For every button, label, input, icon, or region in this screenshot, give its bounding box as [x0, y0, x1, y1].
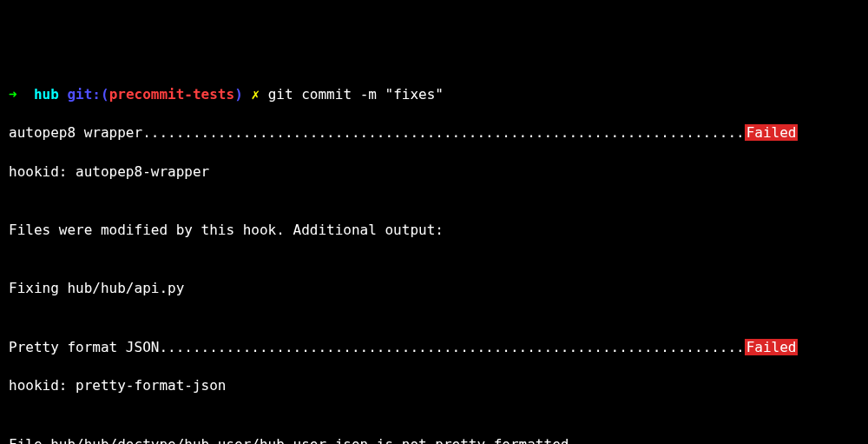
hook-msg: Files were modified by this hook. Additi…: [9, 221, 859, 240]
hookid-line: hookid: pretty-format-json: [9, 376, 859, 395]
dots: ........................................…: [142, 124, 745, 141]
hookid-label: hookid:: [9, 377, 76, 394]
git-close: ): [234, 86, 243, 103]
hookid-value: autopep8-wrapper: [76, 163, 209, 180]
hook-line: Pretty format JSON......................…: [9, 338, 859, 357]
hook-name: autopep8 wrapper: [9, 124, 142, 141]
hook-msg: File hub/hub/doctype/hub_user/hub_user.j…: [9, 435, 859, 444]
dirty-x-icon: ✗: [251, 86, 260, 103]
prompt-dir: hub: [34, 86, 59, 103]
hook-name: Pretty format JSON: [9, 339, 159, 355]
prompt-line[interactable]: ➜ hub git:(precommit-tests) ✗ git commit…: [9, 85, 859, 104]
git-branch: precommit-tests: [109, 86, 235, 103]
hook-msg: Fixing hub/hub/api.py: [9, 279, 859, 298]
hookid-label: hookid:: [9, 163, 76, 180]
hook-line: autopep8 wrapper........................…: [9, 123, 859, 142]
status-badge: Failed: [745, 124, 799, 141]
hookid-line: hookid: autopep8-wrapper: [9, 162, 859, 182]
dots: ........................................…: [159, 339, 744, 355]
hookid-value: pretty-format-json: [76, 377, 226, 394]
prompt-arrow-icon: ➜: [9, 86, 17, 103]
command-text: git commit -m "fixes": [268, 86, 444, 103]
git-label: git:(: [67, 86, 108, 103]
status-badge: Failed: [745, 339, 799, 355]
